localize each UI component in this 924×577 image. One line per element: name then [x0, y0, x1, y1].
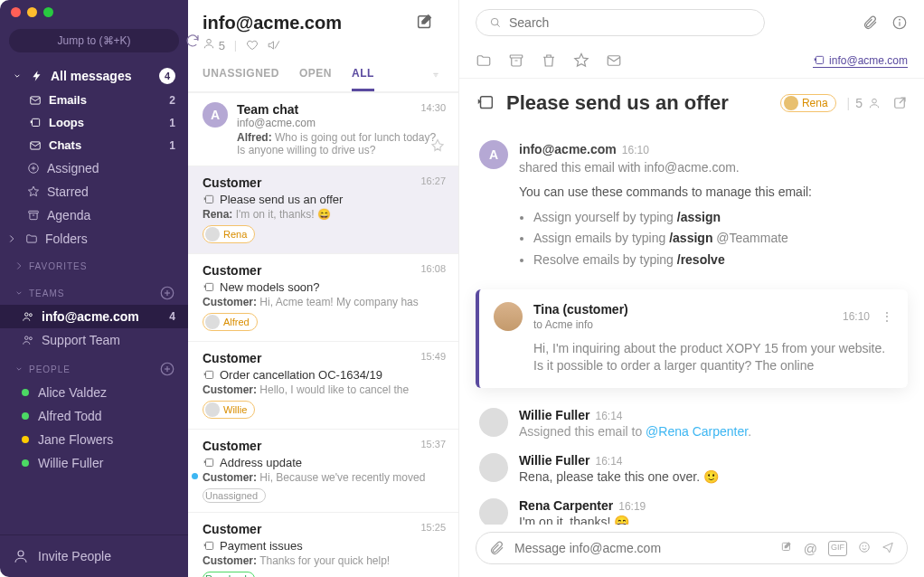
conversation-row[interactable]: Customer Payment issues Customer: Thanks… [188, 513, 458, 577]
chat-message: Willie Fuller16:14 Assigned this email t… [459, 401, 924, 446]
channel-title: info@acme.com [203, 13, 415, 33]
avatar [479, 453, 508, 482]
emoji-icon[interactable] [858, 541, 871, 553]
status-chip: Unassigned [203, 488, 266, 503]
mention-icon[interactable]: @ [804, 541, 817, 556]
card-menu-icon[interactable]: ⋮ [881, 309, 893, 324]
nav-folders[interactable]: Folders [0, 227, 188, 251]
add-team-icon[interactable] [159, 285, 175, 301]
attachment-icon[interactable] [863, 14, 879, 31]
chevron-down-icon [11, 70, 24, 82]
team-row[interactable]: info@acme.com4 [0, 305, 188, 328]
pin-icon[interactable] [429, 138, 446, 155]
list-tabs: UNASSIGNED OPEN ALL [188, 58, 458, 93]
chat-message: Willie Fuller16:14 Rena, please take thi… [459, 446, 924, 491]
message-composer[interactable]: @ GIF [476, 532, 908, 564]
heart-icon[interactable] [246, 39, 259, 52]
minimize-window-icon[interactable] [27, 7, 37, 17]
note-icon[interactable] [780, 541, 793, 553]
filter-icon[interactable] [428, 71, 444, 88]
shared-inbox-label[interactable]: info@acme.com [813, 54, 908, 68]
trash-icon[interactable] [541, 52, 557, 69]
team-chat-row[interactable]: A Team chat info@acme.com Alfred: Who is… [188, 93, 458, 166]
conversation-pane: info@acme.com Please send us an offer Re… [459, 0, 924, 577]
popout-icon[interactable] [891, 95, 908, 111]
nav-starred[interactable]: Starred [0, 180, 188, 203]
invite-people-button[interactable]: Invite People [0, 534, 188, 577]
conversation-list-pane: info@acme.com 5 | UNASSIGNED OPEN ALL A … [188, 0, 459, 577]
conversation-subject: Please send us an offer [506, 91, 769, 115]
compose-icon[interactable] [415, 13, 435, 33]
conversation-row[interactable]: Customer Order cancellation OC-1634/19 C… [188, 342, 458, 430]
nav-agenda[interactable]: Agenda [0, 203, 188, 227]
person-row[interactable]: Alice Valdez [0, 381, 188, 404]
composer-input[interactable] [514, 541, 771, 555]
all-messages-badge: 4 [159, 68, 175, 84]
search-input[interactable] [476, 9, 765, 36]
search-icon [489, 16, 502, 29]
favorites-header[interactable]: FAVORITES [0, 251, 188, 276]
status-dot [22, 459, 29, 467]
star-icon [27, 185, 40, 198]
tab-open[interactable]: OPEN [299, 67, 332, 91]
person-row[interactable]: Willie Fuller [0, 451, 188, 475]
person-row[interactable]: Jane Flowers [0, 428, 188, 451]
unread-dot [192, 473, 198, 479]
star-icon[interactable] [573, 52, 589, 69]
nav-chats[interactable]: Chats1 [0, 134, 188, 156]
sidebar: Jump to (⌘+K) All messages 4 Emails2Loop… [0, 0, 188, 577]
team-icon [22, 310, 34, 323]
teams-header[interactable]: TEAMS [0, 276, 188, 305]
user-icon [868, 97, 881, 109]
message-feed: A info@acme.com16:10 shared this email w… [459, 128, 924, 525]
maximize-window-icon[interactable] [43, 7, 53, 17]
refresh-icon[interactable] [184, 33, 201, 49]
tab-all[interactable]: ALL [352, 67, 374, 91]
nav-assigned[interactable]: Assigned [0, 156, 188, 180]
share-icon [813, 54, 825, 67]
add-person-icon[interactable] [159, 361, 175, 377]
share-icon [203, 369, 215, 382]
tab-unassigned[interactable]: UNASSIGNED [203, 67, 279, 91]
avatar [479, 408, 508, 437]
archive-icon[interactable] [508, 52, 524, 69]
conversation-row[interactable]: Customer Address update Customer: Hi, Be… [188, 430, 458, 513]
attach-icon[interactable] [489, 540, 505, 556]
share-icon [203, 194, 215, 206]
system-message: A info@acme.com16:10 shared this email w… [459, 135, 924, 277]
status-chip: Resolved [203, 572, 255, 577]
chat-message: Rena Carpenter16:19 I'm on it, thanks! 😄 [459, 491, 924, 525]
all-messages-row[interactable]: All messages 4 [0, 63, 188, 89]
mute-icon[interactable] [268, 39, 280, 52]
send-icon[interactable] [882, 541, 894, 553]
jump-to-button[interactable]: Jump to (⌘+K) [9, 29, 179, 52]
card-time: 16:10 [843, 310, 870, 323]
nav-loops[interactable]: Loops1 [0, 111, 188, 134]
folders-icon [25, 232, 38, 245]
team-icon [22, 334, 34, 346]
close-window-icon[interactable] [11, 7, 21, 17]
nav-emails[interactable]: Emails2 [0, 89, 188, 111]
info-icon[interactable] [891, 14, 908, 31]
conversation-row[interactable]: Customer New models soon? Customer: Hi, … [188, 254, 458, 342]
folder-icon[interactable] [476, 52, 492, 69]
email-card[interactable]: Tina (customer) to Acme info 16:10 ⋮ Hi,… [476, 289, 908, 388]
status-dot [22, 436, 29, 443]
assignee-chip[interactable]: Rena [780, 94, 836, 112]
search-field[interactable] [509, 15, 751, 30]
mail-icon[interactable] [606, 52, 622, 69]
gif-icon[interactable]: GIF [828, 541, 847, 556]
email-body: Hi, I'm inquiring about the product XOPY… [533, 340, 893, 375]
share-icon [203, 540, 215, 553]
conversation-row[interactable]: Customer Please send us an offer Rena: I… [188, 166, 458, 254]
all-messages-label: All messages [51, 69, 132, 83]
recipient-label: to Acme info [533, 318, 628, 331]
status-chip: Willie [203, 401, 255, 419]
app-avatar: A [479, 140, 508, 169]
people-header[interactable]: PEOPLE [0, 352, 188, 381]
share-icon [203, 457, 215, 469]
person-row[interactable]: Alfred Todd [0, 404, 188, 428]
sender-name: Tina (customer) [533, 302, 628, 317]
team-row[interactable]: Support Team [0, 328, 188, 352]
mail-icon [29, 94, 42, 107]
